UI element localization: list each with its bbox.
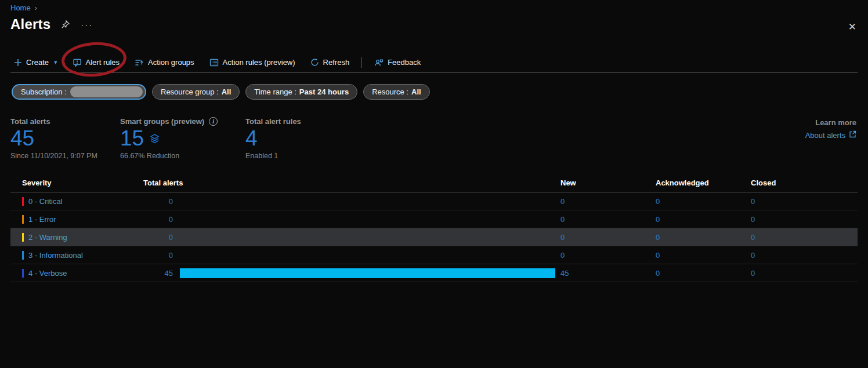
- about-alerts-link[interactable]: About alerts: [805, 130, 856, 140]
- action-rules-icon: [209, 58, 219, 67]
- severity-color-chip: [22, 269, 24, 278]
- resource-group-filter-value: All: [222, 88, 232, 96]
- create-label: Create: [26, 58, 49, 67]
- time-range-filter-label: Time range :: [254, 88, 296, 96]
- summary-stats: Total alerts 45 Since 11/10/2021, 9:07 P…: [10, 117, 301, 160]
- resource-filter-pill[interactable]: Resource : All: [363, 84, 430, 100]
- action-groups-label: Action groups: [148, 58, 194, 67]
- alert-rules-stat: Total alert rules 4 Enabled 1: [245, 117, 301, 160]
- verbose-count-bar: [180, 268, 555, 278]
- create-button[interactable]: Create ▾: [10, 55, 65, 70]
- page-title: Alerts: [10, 16, 50, 32]
- about-alerts-label: About alerts: [805, 131, 845, 140]
- total-value[interactable]: 0: [115, 233, 173, 242]
- refresh-button[interactable]: Refresh: [303, 55, 357, 70]
- closed-value[interactable]: 0: [751, 233, 755, 242]
- table-row-warning[interactable]: 2 - Warning 0 0 0 0: [10, 228, 858, 246]
- breadcrumb-home-link[interactable]: Home: [10, 3, 31, 12]
- total-value[interactable]: 0: [115, 197, 173, 206]
- column-acknowledged[interactable]: Acknowledged: [656, 178, 709, 187]
- smart-groups-stat: Smart groups (preview) i 15 66.67% Reduc…: [120, 117, 245, 160]
- severity-link[interactable]: 4 - Verbose: [28, 269, 67, 278]
- total-value[interactable]: 0: [115, 215, 173, 224]
- severity-color-chip: [22, 215, 24, 224]
- severity-color-chip: [22, 233, 24, 242]
- smart-groups-label: Smart groups (preview) i: [120, 117, 245, 126]
- closed-value[interactable]: 0: [751, 251, 755, 260]
- breadcrumb-separator: ›: [35, 4, 37, 12]
- new-value[interactable]: 0: [560, 251, 565, 260]
- new-value[interactable]: 0: [560, 215, 565, 224]
- resource-group-filter-label: Resource group :: [161, 88, 219, 96]
- table-row-verbose[interactable]: 4 - Verbose 45 45 0 0: [10, 264, 858, 282]
- smart-groups-reduction: 66.67% Reduction: [120, 152, 245, 160]
- smart-groups-value[interactable]: 15: [120, 126, 245, 151]
- closed-value[interactable]: 0: [751, 269, 755, 278]
- resource-group-filter-pill[interactable]: Resource group : All: [152, 84, 240, 100]
- command-bar: Create ▾ Alert rules Action groups Actio…: [10, 52, 858, 73]
- more-options-icon[interactable]: ···: [81, 20, 93, 30]
- time-range-filter-value: Past 24 hours: [299, 88, 349, 96]
- subscription-filter-label: Subscription :: [21, 88, 67, 96]
- plus-icon: [14, 59, 22, 67]
- close-icon[interactable]: ✕: [848, 21, 856, 33]
- acknowledged-value[interactable]: 0: [656, 233, 660, 242]
- alerts-page: Home › Alerts ··· ✕ Create ▾ Alert rules: [0, 0, 868, 368]
- action-groups-button[interactable]: Action groups: [127, 55, 202, 70]
- subscription-filter-pill[interactable]: Subscription :: [12, 84, 146, 100]
- alert-rules-stat-value: 4: [245, 126, 301, 151]
- column-total-alerts[interactable]: Total alerts: [143, 178, 183, 187]
- acknowledged-value[interactable]: 0: [656, 269, 660, 278]
- acknowledged-value[interactable]: 0: [656, 197, 660, 206]
- resource-filter-value: All: [411, 88, 421, 96]
- feedback-label: Feedback: [388, 58, 421, 67]
- column-new[interactable]: New: [560, 178, 576, 187]
- total-alerts-since: Since 11/10/2021, 9:07 PM: [10, 152, 120, 160]
- column-closed[interactable]: Closed: [751, 178, 776, 187]
- severity-link[interactable]: 0 - Critical: [28, 197, 63, 206]
- time-range-filter-pill[interactable]: Time range : Past 24 hours: [245, 84, 357, 100]
- table-row-informational[interactable]: 3 - Informational 0 0 0 0: [10, 246, 858, 264]
- action-rules-label: Action rules (preview): [223, 58, 295, 67]
- alert-rules-button[interactable]: Alert rules: [65, 55, 128, 70]
- severity-cell: 3 - Informational: [22, 246, 83, 264]
- new-value[interactable]: 45: [560, 269, 569, 278]
- closed-value[interactable]: 0: [751, 215, 755, 224]
- new-value[interactable]: 0: [560, 233, 565, 242]
- refresh-icon: [310, 58, 319, 67]
- acknowledged-value[interactable]: 0: [656, 215, 660, 224]
- new-value[interactable]: 0: [560, 197, 565, 206]
- severity-link[interactable]: 1 - Error: [28, 215, 56, 224]
- subscription-filter-value-redacted: [70, 86, 143, 97]
- severity-cell: 4 - Verbose: [22, 264, 67, 282]
- action-rules-button[interactable]: Action rules (preview): [202, 55, 303, 70]
- closed-value[interactable]: 0: [751, 197, 755, 206]
- info-icon[interactable]: i: [209, 117, 218, 126]
- chevron-down-icon: ▾: [54, 59, 57, 66]
- table-row-critical[interactable]: 0 - Critical 0 0 0 0: [10, 192, 858, 210]
- severity-link[interactable]: 3 - Informational: [28, 251, 83, 260]
- toolbar-divider: [361, 57, 362, 68]
- severity-cell: 1 - Error: [22, 210, 56, 228]
- alert-rules-label: Alert rules: [86, 58, 120, 67]
- table-row-error[interactable]: 1 - Error 0 0 0 0: [10, 210, 858, 228]
- action-groups-icon: [135, 58, 144, 67]
- total-value[interactable]: 45: [115, 269, 173, 278]
- total-value[interactable]: 0: [115, 251, 173, 260]
- feedback-button[interactable]: Feedback: [367, 55, 428, 70]
- severity-cell: 0 - Critical: [22, 192, 63, 210]
- external-link-icon: [849, 130, 856, 140]
- resource-filter-label: Resource :: [372, 88, 408, 96]
- alert-rules-enabled: Enabled 1: [245, 152, 301, 160]
- layers-icon: [149, 133, 161, 145]
- learn-more-block: Learn more About alerts: [805, 118, 856, 140]
- total-alerts-label: Total alerts: [10, 117, 120, 126]
- pin-icon[interactable]: [61, 20, 70, 29]
- severity-link[interactable]: 2 - Warning: [28, 233, 67, 242]
- severity-color-chip: [22, 197, 24, 206]
- severity-table: Severity Total alerts New Acknowledged C…: [10, 177, 858, 282]
- feedback-icon: [374, 58, 384, 67]
- column-severity[interactable]: Severity: [22, 178, 52, 187]
- refresh-label: Refresh: [323, 58, 350, 67]
- acknowledged-value[interactable]: 0: [656, 251, 660, 260]
